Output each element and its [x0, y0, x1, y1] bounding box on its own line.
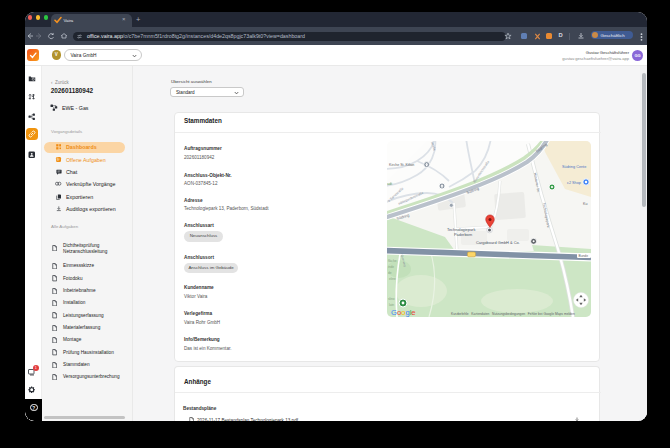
svg-text:inde: inde [388, 265, 394, 269]
svg-text:Cargoboard GmbH & Co.: Cargoboard GmbH & Co. [476, 240, 520, 245]
svg-text:Südring Cente: Südring Cente [562, 165, 586, 169]
svg-text:adt: adt [387, 182, 392, 186]
svg-text:slino: slino [388, 297, 395, 301]
svg-text:c2 Shop: c2 Shop [567, 181, 581, 185]
svg-text:Paderborn: Paderborn [454, 232, 472, 237]
svg-text:eline: eline [389, 277, 396, 281]
svg-text:de: de [388, 271, 392, 275]
svg-text:Google: Google [391, 308, 416, 317]
svg-text:Bunde: Bunde [579, 254, 589, 258]
svg-text:fläche: fläche [388, 259, 397, 263]
svg-text:Ku: Ku [583, 202, 587, 206]
svg-text:Kurzbefehle Kartendaten Nu: Kurzbefehle Kartendaten Nutzungsbedingun… [451, 312, 575, 316]
svg-text:latn: latn [389, 303, 394, 307]
svg-text:Kirche St. Kilian: Kirche St. Kilian [389, 163, 414, 167]
